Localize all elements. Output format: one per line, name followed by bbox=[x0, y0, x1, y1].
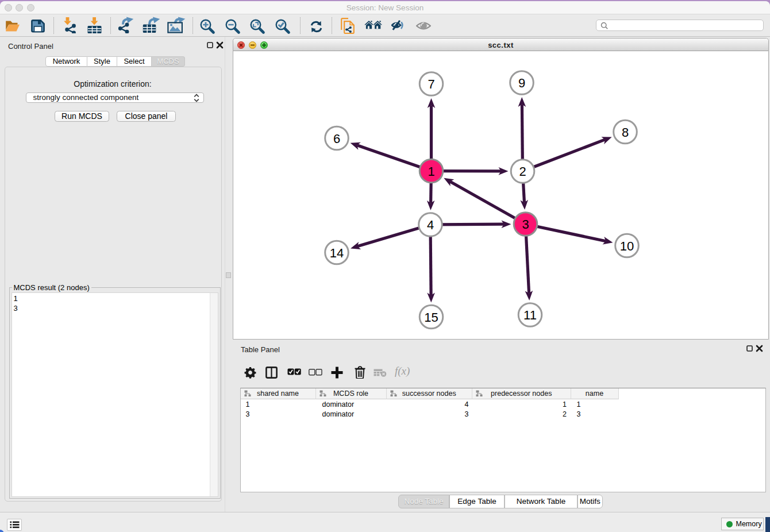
svg-text:2: 2 bbox=[519, 164, 526, 179]
svg-text:3: 3 bbox=[522, 217, 529, 232]
svg-text:14: 14 bbox=[330, 246, 344, 260]
svg-text:11: 11 bbox=[523, 308, 537, 322]
svg-text:1: 1 bbox=[428, 164, 434, 179]
svg-text:4: 4 bbox=[427, 218, 434, 232]
svg-text:7: 7 bbox=[428, 77, 434, 91]
svg-text:10: 10 bbox=[620, 239, 634, 253]
svg-text:6: 6 bbox=[333, 132, 340, 146]
svg-text:15: 15 bbox=[424, 310, 438, 325]
svg-text:9: 9 bbox=[518, 76, 525, 90]
svg-text:8: 8 bbox=[622, 125, 629, 140]
